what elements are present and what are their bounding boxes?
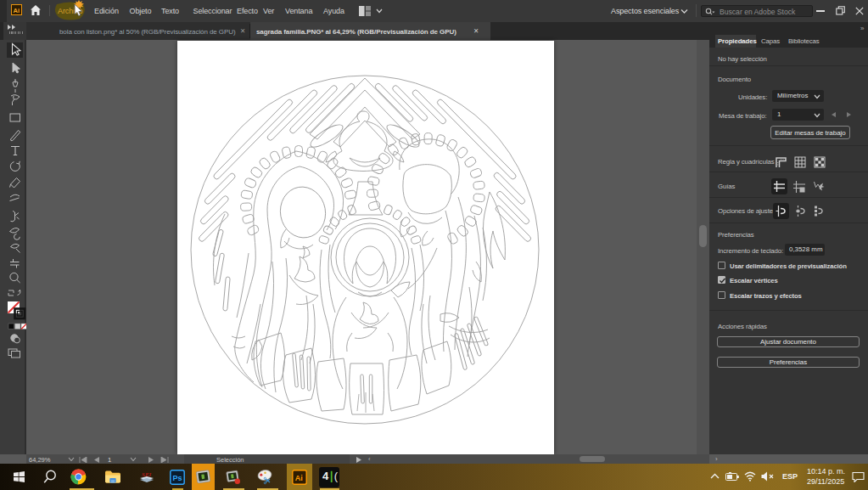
- svg-text:Ai: Ai: [295, 474, 303, 482]
- svg-text:Ps: Ps: [173, 474, 182, 482]
- svg-text:SEI: SEI: [142, 471, 152, 478]
